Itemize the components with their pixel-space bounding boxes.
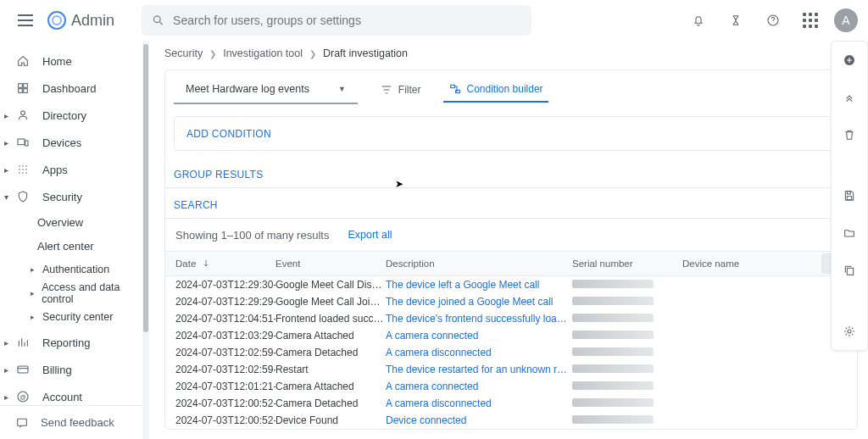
cell-event: Google Meet Call Disconnect... [275, 279, 386, 291]
table-row[interactable]: 2024-07-03T12:04:51-04:00Frontend loaded… [165, 310, 857, 327]
table-row[interactable]: 2024-07-03T12:03:29-04:00Camera Attached… [165, 327, 857, 344]
sidebar-item-reporting[interactable]: ▸Reporting [0, 329, 142, 356]
add-button[interactable] [837, 48, 861, 72]
sidebar-item-devices[interactable]: ▸Devices [0, 129, 142, 156]
svg-point-14 [19, 169, 20, 170]
col-date[interactable]: Date [165, 258, 275, 269]
col-serial[interactable]: Serial number [572, 258, 682, 269]
tasks-button[interactable] [722, 7, 749, 34]
svg-text:@: @ [19, 393, 25, 401]
col-device[interactable]: Device name [682, 258, 821, 269]
notifications-button[interactable] [685, 7, 712, 34]
cell-description[interactable]: The device left a Google Meet call [386, 279, 572, 291]
table-row[interactable]: 2024-07-03T12:00:52-04:00Camera Detached… [165, 395, 857, 412]
sidebar-item-apps[interactable]: ▸Apps [0, 156, 142, 183]
cell-description[interactable]: The device restarted for an unknown reas… [386, 364, 572, 375]
table-header: Date Event Description Serial number Dev… [165, 251, 857, 276]
sidebar-item-label: Directory [42, 109, 86, 122]
search-bar[interactable] [142, 5, 531, 36]
table-row[interactable]: 2024-07-03T12:02:59-04:00RestartThe devi… [165, 361, 857, 378]
condition-icon [448, 82, 462, 96]
cell-event: Camera Detached [275, 347, 386, 358]
admin-logo-icon [47, 11, 66, 30]
trash-icon [843, 128, 856, 142]
sidebar-item-dashboard[interactable]: Dashboard [0, 75, 142, 102]
svg-rect-4 [19, 84, 23, 88]
cell-event: Camera Attached [275, 330, 386, 342]
collapse-button[interactable] [837, 86, 861, 109]
chevrons-up-icon [843, 91, 856, 104]
group-results-link[interactable]: GROUP RESULTS [174, 169, 263, 181]
send-feedback[interactable]: Send feedback [0, 405, 142, 439]
product-logo[interactable]: Admin [47, 11, 114, 30]
help-button[interactable] [760, 7, 787, 34]
cell-date: 2024-07-03T12:02:59-04:00 [165, 364, 275, 375]
table-row[interactable]: 2024-07-03T12:29:29-04:00Google Meet Cal… [165, 293, 857, 310]
cell-description[interactable]: A camera disconnected [386, 397, 572, 409]
data-source-label: Meet Hardware log events [186, 83, 309, 95]
bell-icon [692, 14, 705, 27]
crumb-security[interactable]: Security [164, 47, 203, 59]
tab-filter[interactable]: Filter [375, 80, 426, 100]
table-row[interactable]: 2024-07-03T12:00:52-04:00Device FoundDev… [165, 412, 857, 429]
col-event[interactable]: Event [275, 258, 386, 269]
sidebar-item-label: Dashboard [42, 82, 97, 95]
svg-point-3 [773, 23, 774, 24]
col-description[interactable]: Description [386, 258, 572, 269]
dashboard-icon [15, 81, 31, 95]
cell-description[interactable]: A camera connected [386, 330, 572, 342]
caret-icon: ▸ [2, 392, 10, 402]
apps-button[interactable] [797, 7, 824, 34]
cell-event: Google Meet Call Joined [275, 296, 386, 308]
sidebar-subitem-access-and-data-control[interactable]: ▸Access and data control [0, 281, 142, 305]
search-link[interactable]: SEARCH [174, 199, 218, 211]
tab-condition-builder[interactable]: Condition builder [443, 77, 548, 103]
sidebar: HomeDashboard▸Directory▸Devices▸Apps▾Sec… [0, 41, 142, 439]
crumb-current: Draft investigation [323, 47, 408, 59]
cell-description[interactable]: The device's frontend successfully loade… [386, 313, 572, 325]
results-count: Showing 1–100 of many results [175, 229, 329, 242]
sidebar-item-directory[interactable]: ▸Directory [0, 102, 142, 129]
save-button[interactable] [837, 184, 861, 208]
cell-serial [572, 296, 682, 308]
delete-button[interactable] [837, 123, 861, 147]
table-row[interactable]: 2024-07-03T12:01:21-04:00Camera Attached… [165, 378, 857, 395]
data-source-dropdown[interactable]: Meet Hardware log events ▼ [174, 75, 358, 104]
table-row[interactable]: 2024-07-03T12:02:59-04:00Camera Detached… [165, 344, 857, 361]
caret-icon: ▸ [31, 313, 37, 321]
add-condition-link[interactable]: ADD CONDITION [186, 128, 271, 140]
cell-description[interactable]: A camera connected [386, 381, 572, 392]
folder-button[interactable] [837, 221, 861, 245]
cell-description[interactable]: Device connected [386, 414, 572, 426]
svg-line-1 [159, 22, 162, 25]
sidebar-item-home[interactable]: Home [0, 47, 142, 75]
account-avatar[interactable]: A [834, 8, 858, 32]
sidebar-item-account[interactable]: ▸@Account [0, 383, 142, 405]
caret-icon: ▸ [2, 338, 10, 347]
sidebar-subitem-security-center[interactable]: ▸Security center [0, 305, 142, 329]
sidebar-item-security[interactable]: ▾Security [0, 183, 142, 210]
search-input[interactable] [173, 14, 521, 27]
top-bar: Admin A [0, 0, 868, 41]
main-menu-button[interactable] [10, 5, 41, 36]
svg-rect-7 [24, 89, 28, 93]
sidebar-subitem-overview[interactable]: Overview [0, 210, 142, 234]
sidebar-subitem-alert-center[interactable]: Alert center [0, 234, 142, 258]
settings-button[interactable] [837, 320, 861, 343]
svg-rect-5 [24, 84, 28, 88]
table-row[interactable]: 2024-07-03T12:29:30-04:00Google Meet Cal… [165, 276, 857, 293]
caret-icon: ▸ [2, 365, 10, 375]
svg-point-16 [25, 169, 27, 170]
breadcrumb: Security ❯ Investigation tool ❯ Draft in… [164, 41, 858, 66]
crumb-investigation-tool[interactable]: Investigation tool [223, 47, 303, 59]
cell-description[interactable]: The device joined a Google Meet call [386, 296, 572, 308]
sidebar-subitem-authentication[interactable]: ▸Authentication [0, 258, 142, 281]
feedback-icon [15, 416, 29, 430]
security-icon [15, 190, 31, 203]
sidebar-item-billing[interactable]: ▸Billing [0, 356, 142, 383]
export-all-link[interactable]: Export all [348, 229, 392, 241]
copy-button[interactable] [837, 258, 861, 282]
sidebar-scrollbar[interactable] [142, 41, 149, 439]
tab-condition-label: Condition builder [467, 83, 543, 95]
cell-description[interactable]: A camera disconnected [386, 347, 572, 358]
